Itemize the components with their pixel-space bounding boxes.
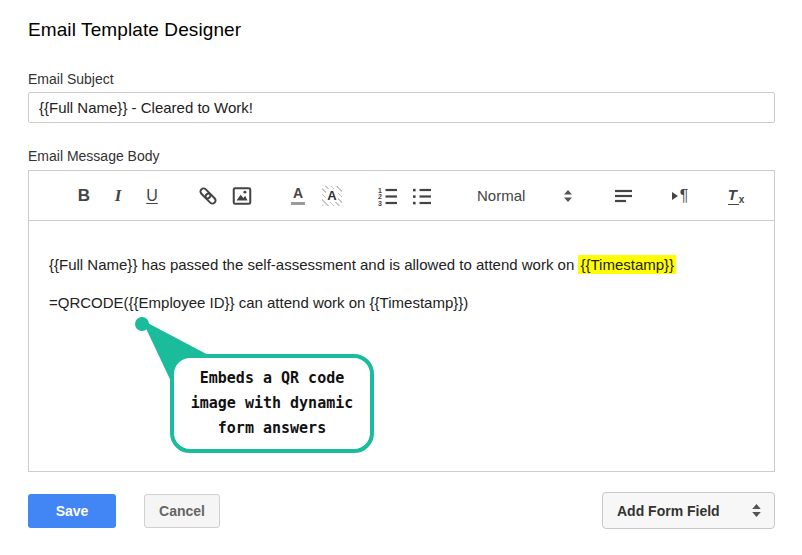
align-icon bbox=[613, 185, 635, 207]
insert-image-button[interactable] bbox=[227, 179, 257, 213]
editor-toolbar: B I U bbox=[29, 171, 774, 221]
background-color-button[interactable]: A bbox=[317, 179, 347, 213]
bullet-list-icon bbox=[411, 185, 433, 207]
qr-code-callout: Embeds a QR code image with dynamic form… bbox=[170, 354, 374, 453]
link-button[interactable] bbox=[193, 179, 223, 213]
body-paragraph-2: =QRCODE({{Employee ID}} can attend work … bbox=[49, 292, 754, 314]
format-picker[interactable]: Normal bbox=[463, 179, 581, 213]
email-template-designer-page: Email Template Designer Email Subject Em… bbox=[0, 0, 802, 555]
bold-icon: B bbox=[78, 186, 90, 206]
ordered-list-button[interactable]: 1 2 3 bbox=[373, 179, 403, 213]
paragraph-direction-button[interactable]: ¶ bbox=[665, 179, 695, 213]
image-icon bbox=[231, 185, 253, 207]
callout-line: image with dynamic bbox=[191, 391, 354, 416]
editor-content[interactable]: {{Full Name}} has passed the self-assess… bbox=[29, 221, 774, 314]
paragraph-direction-icon: ¶ bbox=[672, 187, 689, 205]
text-color-icon: A bbox=[291, 186, 305, 205]
select-arrows-icon bbox=[751, 503, 762, 518]
format-picker-label: Normal bbox=[477, 187, 525, 204]
page-title: Email Template Designer bbox=[28, 19, 241, 41]
highlighted-merge-tag: {{Timestamp}} bbox=[578, 255, 676, 274]
svg-text:3: 3 bbox=[378, 199, 382, 206]
callout-line: form answers bbox=[218, 416, 326, 441]
clear-formatting-button[interactable]: T x bbox=[721, 179, 751, 213]
underline-icon: U bbox=[146, 187, 158, 205]
add-form-field-select[interactable]: Add Form Field bbox=[602, 492, 775, 529]
bold-button[interactable]: B bbox=[69, 179, 99, 213]
add-form-field-label: Add Form Field bbox=[617, 503, 720, 519]
save-button[interactable]: Save bbox=[28, 494, 116, 528]
cancel-button[interactable]: Cancel bbox=[144, 494, 220, 528]
picker-arrows-icon bbox=[563, 189, 573, 203]
rich-text-editor: B I U bbox=[28, 170, 775, 472]
link-icon bbox=[197, 185, 219, 207]
italic-icon: I bbox=[115, 186, 122, 206]
ordered-list-icon: 1 2 3 bbox=[377, 185, 399, 207]
italic-button[interactable]: I bbox=[103, 179, 133, 213]
email-subject-input[interactable] bbox=[28, 92, 775, 123]
body-paragraph-1: {{Full Name}} has passed the self-assess… bbox=[49, 254, 754, 276]
callout-line: Embeds a QR code bbox=[200, 366, 345, 391]
underline-button[interactable]: U bbox=[137, 179, 167, 213]
background-color-icon: A bbox=[322, 186, 342, 206]
align-button[interactable] bbox=[609, 179, 639, 213]
bullet-list-button[interactable] bbox=[407, 179, 437, 213]
clear-formatting-icon: T x bbox=[728, 186, 745, 205]
email-body-label: Email Message Body bbox=[28, 148, 160, 164]
text-color-button[interactable]: A bbox=[283, 179, 313, 213]
email-subject-label: Email Subject bbox=[28, 71, 114, 87]
